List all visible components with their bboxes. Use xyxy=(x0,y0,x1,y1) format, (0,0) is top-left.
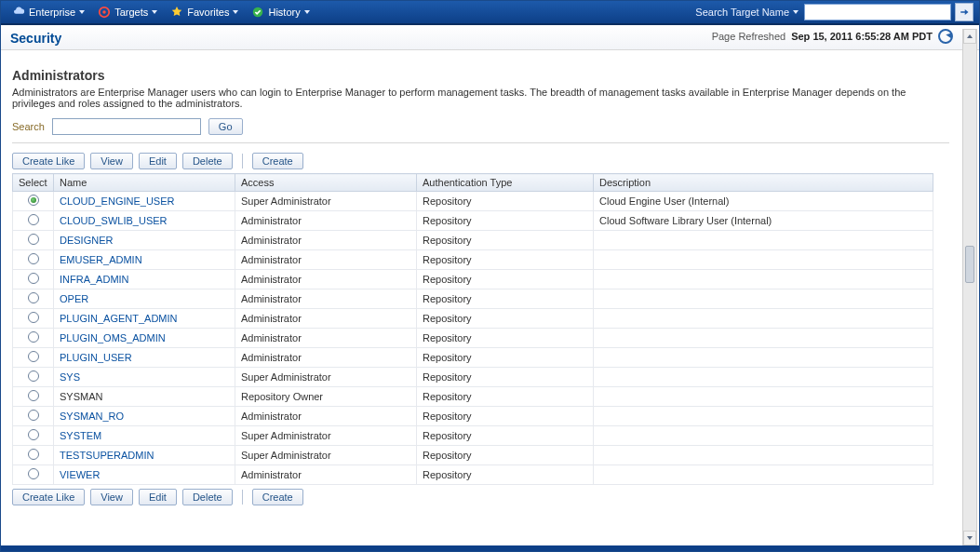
toolbar-separator xyxy=(242,154,243,168)
administrator-name-link[interactable]: OPER xyxy=(60,293,88,304)
cell-access: Administrator xyxy=(235,270,417,289)
cell-access: Administrator xyxy=(235,250,417,270)
administrator-name-link[interactable]: SYSMAN_RO xyxy=(60,411,124,422)
col-auth[interactable]: Authentication Type xyxy=(417,174,594,192)
go-button[interactable]: Go xyxy=(208,118,243,135)
administrator-name-link[interactable]: PLUGIN_AGENT_ADMIN xyxy=(60,313,178,324)
col-select[interactable]: Select xyxy=(13,174,54,192)
administrator-name-link[interactable]: VIEWER xyxy=(60,469,100,480)
row-select-radio[interactable] xyxy=(28,429,39,440)
view-button[interactable]: View xyxy=(90,489,133,505)
scroll-up-icon[interactable] xyxy=(963,29,976,44)
cell-access: Super Administrator xyxy=(235,192,417,211)
table-row: DESIGNERAdministratorRepository xyxy=(13,231,933,250)
cell-description xyxy=(594,465,933,485)
edit-button[interactable]: Edit xyxy=(139,153,177,169)
administrator-name-link[interactable]: TESTSUPERADMIN xyxy=(60,450,154,461)
row-select-radio[interactable] xyxy=(28,253,39,264)
col-access[interactable]: Access xyxy=(235,174,417,192)
nav-label: Favorites xyxy=(187,7,229,18)
page-refreshed: Page Refreshed Sep 15, 2011 6:55:28 AM P… xyxy=(712,29,953,44)
cell-auth: Repository xyxy=(417,387,594,407)
administrator-name-link[interactable]: SYSTEM xyxy=(60,430,101,441)
table-row: SYSMANRepository OwnerRepository xyxy=(13,387,933,407)
search-field-label: Search xyxy=(12,121,45,132)
scroll-down-icon[interactable] xyxy=(963,531,976,545)
cell-access: Administrator xyxy=(235,211,417,231)
row-select-radio[interactable] xyxy=(28,312,39,323)
row-select-radio[interactable] xyxy=(28,390,39,401)
create-like-button[interactable]: Create Like xyxy=(12,153,85,169)
cell-auth: Repository xyxy=(417,426,594,446)
row-select-radio[interactable] xyxy=(28,273,39,284)
administrator-name-link[interactable]: EMUSER_ADMIN xyxy=(60,254,142,265)
table-header-row: Select Name Access Authentication Type D… xyxy=(13,174,933,192)
row-select-radio[interactable] xyxy=(28,410,39,421)
cell-auth: Repository xyxy=(417,250,594,270)
chevron-down-icon xyxy=(233,10,238,14)
cell-description: Cloud Software Library User (Internal) xyxy=(594,211,933,231)
table-row: CLOUD_SWLIB_USERAdministratorRepositoryC… xyxy=(13,211,933,231)
cell-access: Administrator xyxy=(235,309,417,329)
col-name[interactable]: Name xyxy=(54,174,235,192)
create-like-button[interactable]: Create Like xyxy=(12,489,85,505)
cell-description xyxy=(594,348,933,368)
administrator-name-link[interactable]: SYS xyxy=(60,371,80,383)
administrator-name-link[interactable]: PLUGIN_OMS_ADMIN xyxy=(60,332,166,343)
svg-point-1 xyxy=(102,10,106,14)
cell-access: Administrator xyxy=(235,348,417,368)
cloud-icon xyxy=(12,6,25,19)
nav-targets[interactable]: Targets xyxy=(92,3,163,21)
row-select-radio[interactable] xyxy=(28,195,39,206)
create-button[interactable]: Create xyxy=(252,489,303,505)
cell-auth: Repository xyxy=(417,211,594,231)
table-row: SYSMAN_ROAdministratorRepository xyxy=(13,407,933,426)
row-select-radio[interactable] xyxy=(28,331,39,343)
search-input[interactable] xyxy=(52,118,201,135)
cell-auth: Repository xyxy=(417,270,594,289)
search-label-text: Search Target Name xyxy=(695,7,789,18)
col-desc[interactable]: Description xyxy=(594,174,933,192)
edit-button[interactable]: Edit xyxy=(139,489,177,505)
administrator-name-link[interactable]: DESIGNER xyxy=(60,235,113,246)
administrator-name-link[interactable]: INFRA_ADMIN xyxy=(60,274,129,285)
administrator-name-link[interactable]: PLUGIN_USER xyxy=(60,352,132,363)
vertical-scrollbar[interactable] xyxy=(962,29,977,545)
row-select-radio[interactable] xyxy=(28,468,39,479)
row-select-radio[interactable] xyxy=(28,370,39,382)
delete-button[interactable]: Delete xyxy=(182,153,233,169)
table-row: PLUGIN_AGENT_ADMINAdministratorRepositor… xyxy=(13,309,933,329)
row-select-radio[interactable] xyxy=(28,234,39,245)
footer-border xyxy=(1,545,979,551)
administrator-name-link[interactable]: CLOUD_ENGINE_USER xyxy=(60,195,174,207)
row-select-radio[interactable] xyxy=(28,214,39,225)
row-select-radio[interactable] xyxy=(28,449,39,460)
delete-button[interactable]: Delete xyxy=(182,489,233,505)
cell-access: Administrator xyxy=(235,329,417,348)
refresh-icon[interactable] xyxy=(938,29,953,44)
table-row: PLUGIN_USERAdministratorRepository xyxy=(13,348,933,368)
section-heading: Administrators xyxy=(12,68,949,83)
administrator-name-link[interactable]: CLOUD_SWLIB_USER xyxy=(60,215,168,226)
scroll-thumb[interactable] xyxy=(965,246,974,283)
page-refreshed-label: Page Refreshed xyxy=(712,31,786,42)
nav-enterprise[interactable]: Enterprise xyxy=(7,3,90,21)
search-row: Search Go xyxy=(12,118,949,135)
global-search-label[interactable]: Search Target Name xyxy=(695,7,802,18)
cell-auth: Repository xyxy=(417,192,594,211)
cell-auth: Repository xyxy=(417,368,594,387)
nav-history[interactable]: History xyxy=(246,3,315,21)
cell-description: Cloud Engine User (Internal) xyxy=(594,192,933,211)
table-row: CLOUD_ENGINE_USERSuper AdministratorRepo… xyxy=(13,192,933,211)
content-area: Administrators Administrators are Enterp… xyxy=(1,49,960,551)
view-button[interactable]: View xyxy=(90,153,133,169)
row-select-radio[interactable] xyxy=(28,292,39,303)
cell-access: Administrator xyxy=(235,289,417,309)
cell-description xyxy=(594,289,933,309)
nav-favorites[interactable]: Favorites xyxy=(165,3,244,21)
global-search-input[interactable] xyxy=(804,4,951,20)
global-search-go-button[interactable] xyxy=(955,3,973,21)
administrators-table: Select Name Access Authentication Type D… xyxy=(12,173,933,485)
row-select-radio[interactable] xyxy=(28,351,39,362)
create-button[interactable]: Create xyxy=(252,153,303,169)
